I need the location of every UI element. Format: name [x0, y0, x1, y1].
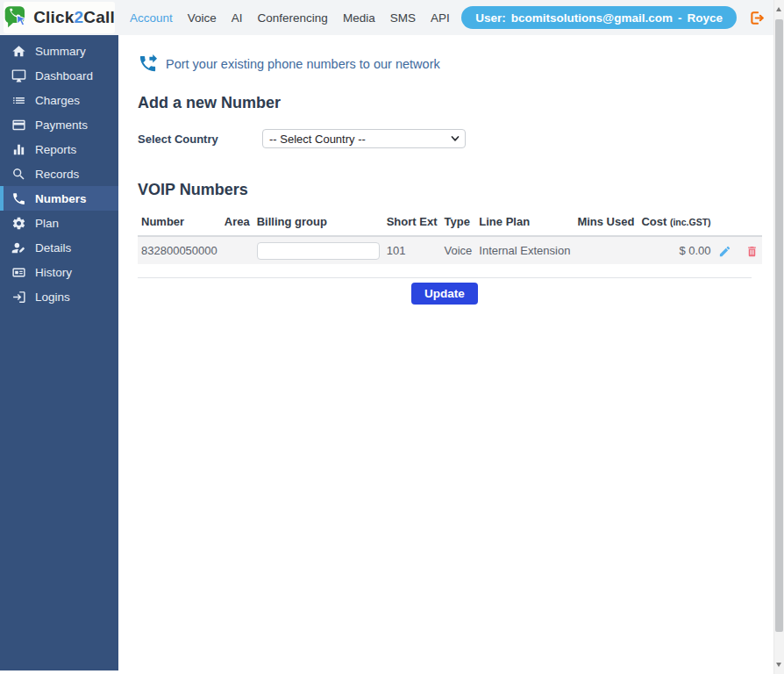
update-button[interactable]: Update: [411, 283, 478, 305]
table-divider: [138, 277, 752, 278]
brand-logo[interactable]: Click2Call: [4, 2, 115, 33]
sidebar-item-label: Records: [35, 168, 79, 181]
col-header-billing: Billing group: [253, 210, 383, 236]
sidebar: Summary Dashboard Charges Payments Repor…: [0, 35, 118, 670]
country-select-wrap: -- Select Country --: [262, 129, 466, 148]
brand-name: Click2Call: [33, 8, 115, 27]
billing-group-cell: [253, 236, 383, 264]
sidebar-item-reports[interactable]: Reports: [0, 137, 118, 161]
sidebar-item-label: Plan: [35, 217, 59, 230]
number-cell: 832800050000: [138, 236, 221, 264]
col-header-area: Area: [221, 210, 253, 236]
col-header-type: Type: [440, 210, 475, 236]
sidebar-item-details[interactable]: Details: [0, 235, 118, 260]
main-content: Port your existing phone numbers to our …: [118, 35, 773, 674]
col-header-line-plan: Line Plan: [475, 210, 574, 236]
sidebar-item-label: Numbers: [35, 192, 87, 205]
port-numbers-link[interactable]: Port your existing phone numbers to our …: [138, 54, 440, 74]
actions-cell: [715, 236, 763, 264]
billing-group-input[interactable]: [257, 242, 380, 260]
nav-item-voice[interactable]: Voice: [188, 11, 217, 25]
user-email: bcomitsolutions@gmail.com: [511, 11, 673, 25]
sidebar-item-label: Payments: [35, 118, 88, 132]
col-header-mins-used: Mins Used: [574, 210, 638, 236]
list-icon: [11, 93, 26, 108]
short-ext-cell: 101: [383, 236, 441, 264]
select-country-row: Select Country -- Select Country --: [138, 129, 773, 148]
scrollbar-up-arrow[interactable]: [776, 7, 781, 11]
user-edit-icon: [11, 240, 26, 255]
top-bar: Click2Call Account Voice AI Conferencing…: [0, 0, 773, 35]
user-name: Royce: [687, 11, 723, 25]
monitor-icon: [11, 68, 26, 83]
nav-item-api[interactable]: API: [431, 11, 450, 25]
scrollbar-thumb[interactable]: [775, 19, 783, 632]
col-header-actions: [715, 210, 763, 236]
sidebar-item-label: Details: [35, 241, 71, 255]
update-row: Update: [138, 283, 752, 305]
phone-forward-icon: [138, 54, 158, 74]
select-country-label: Select Country: [138, 133, 262, 146]
trash-icon[interactable]: [745, 245, 759, 258]
type-cell: Voice: [440, 236, 475, 264]
edit-icon[interactable]: [718, 245, 731, 258]
sidebar-item-label: Reports: [35, 143, 76, 156]
mins-used-cell: [574, 236, 638, 264]
search-icon: [11, 167, 26, 182]
col-header-short-ext: Short Ext: [383, 210, 441, 236]
sidebar-item-history[interactable]: History: [0, 260, 118, 284]
table-header-row: Number Area Billing group Short Ext Type…: [138, 210, 762, 236]
nav-item-account[interactable]: Account: [130, 11, 173, 25]
sidebar-item-label: Dashboard: [35, 69, 93, 82]
scrollbar-down-arrow[interactable]: [776, 663, 781, 667]
cost-gst-suffix: (inc.GST): [670, 217, 711, 227]
area-cell: [221, 236, 253, 264]
voip-numbers-heading: VOIP Numbers: [138, 181, 773, 199]
sidebar-item-payments[interactable]: Payments: [0, 112, 118, 137]
sidebar-item-charges[interactable]: Charges: [0, 88, 118, 112]
logout-icon[interactable]: [748, 10, 765, 26]
credit-card-icon: [11, 118, 26, 133]
sidebar-item-label: Charges: [35, 94, 80, 107]
add-number-heading: Add a new Number: [138, 94, 773, 112]
col-header-cost: Cost (inc.GST): [638, 210, 714, 236]
sidebar-item-dashboard[interactable]: Dashboard: [0, 63, 118, 88]
user-badge[interactable]: User: bcomitsolutions@gmail.com - Royce: [461, 6, 737, 29]
sidebar-item-plan[interactable]: Plan: [0, 211, 118, 235]
bar-chart-icon: [11, 142, 26, 157]
sidebar-item-records[interactable]: Records: [0, 161, 118, 186]
table-row: 832800050000 101 Voice Internal Extensio…: [138, 236, 762, 264]
sidebar-item-summary[interactable]: Summary: [0, 39, 118, 63]
nav-item-conferencing[interactable]: Conferencing: [258, 11, 328, 25]
user-badge-prefix: User:: [475, 11, 506, 25]
voip-table: Number Area Billing group Short Ext Type…: [138, 210, 762, 264]
phone-icon: [11, 191, 26, 206]
sidebar-item-logins[interactable]: Logins: [0, 284, 118, 309]
sidebar-item-label: Summary: [35, 45, 86, 58]
sidebar-item-label: History: [35, 266, 72, 279]
scrollbar[interactable]: [773, 0, 784, 674]
cost-cell: $ 0.00: [638, 236, 714, 264]
port-link-label: Port your existing phone numbers to our …: [166, 57, 440, 71]
login-arrow-icon: [11, 290, 26, 305]
col-header-number: Number: [138, 210, 221, 236]
user-badge-separator: -: [678, 11, 682, 25]
nav-item-sms[interactable]: SMS: [390, 11, 416, 25]
home-icon: [11, 44, 26, 59]
nav-item-ai[interactable]: AI: [232, 11, 243, 25]
gear-icon: [11, 216, 26, 231]
sidebar-item-label: Logins: [35, 290, 70, 304]
country-select[interactable]: -- Select Country --: [262, 129, 466, 148]
top-nav: Account Voice AI Conferencing Media SMS …: [130, 11, 450, 25]
click2call-logo-icon: [4, 5, 29, 30]
line-plan-cell: Internal Extension: [475, 236, 574, 264]
nav-item-media[interactable]: Media: [343, 11, 375, 25]
sidebar-item-numbers[interactable]: Numbers: [0, 186, 118, 211]
card-icon: [11, 265, 26, 280]
